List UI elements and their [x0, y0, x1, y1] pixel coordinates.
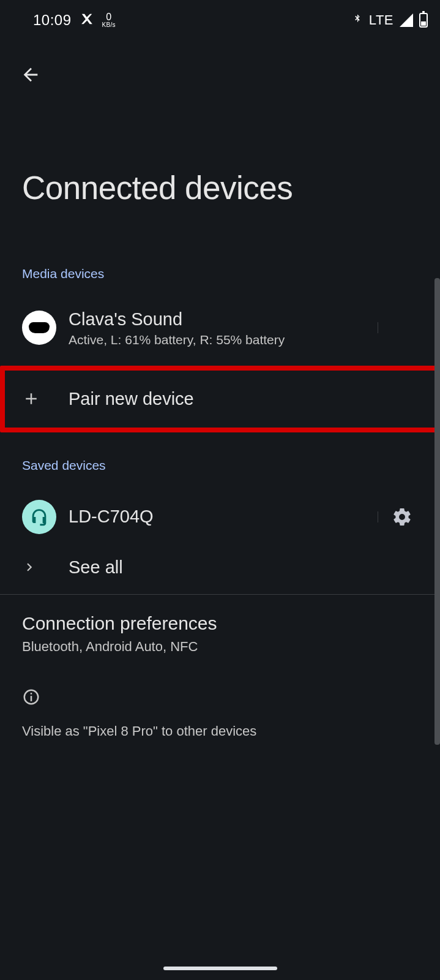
connection-preferences-row[interactable]: Connection preferences Bluetooth, Androi…	[0, 595, 440, 655]
x-app-icon	[80, 12, 94, 28]
device-name: Clava's Sound	[69, 308, 381, 330]
network-speed-unit: KB/s	[102, 22, 116, 28]
device-row-clavas-sound[interactable]: Clava's Sound Active, L: 61% battery, R:…	[0, 297, 440, 358]
status-bar: 10:09 0 KB/s LTE	[0, 0, 440, 34]
see-all-label: See all	[69, 556, 423, 578]
page-title: Connected devices	[0, 89, 440, 206]
pair-new-device-label: Pair new device	[69, 388, 420, 410]
section-label-media: Media devices	[0, 266, 440, 281]
media-devices-list: Clava's Sound Active, L: 61% battery, R:…	[0, 297, 440, 358]
saved-device-name: LD-C704Q	[69, 505, 381, 527]
network-speed-indicator: 0 KB/s	[102, 12, 116, 28]
svg-rect-2	[31, 693, 32, 695]
vertical-divider	[378, 511, 378, 522]
connection-preferences-sub: Bluetooth, Android Auto, NFC	[22, 639, 418, 655]
scroll-indicator	[434, 278, 440, 745]
back-button[interactable]	[16, 60, 45, 89]
device-body: Clava's Sound Active, L: 61% battery, R:…	[69, 308, 381, 347]
plus-icon	[22, 390, 69, 408]
device-settings-button[interactable]	[392, 317, 412, 338]
status-left: 10:09 0 KB/s	[33, 12, 116, 29]
pair-new-device-row[interactable]: Pair new device	[5, 371, 435, 427]
bluetooth-icon	[352, 12, 363, 28]
vertical-divider	[378, 322, 378, 333]
network-type: LTE	[369, 12, 393, 28]
info-row	[0, 655, 440, 706]
highlight-pair-new-device: Pair new device	[0, 366, 440, 432]
gear-icon	[392, 507, 412, 527]
connection-preferences-title: Connection preferences	[22, 613, 418, 634]
navigation-handle[interactable]	[163, 967, 277, 970]
signal-icon	[400, 13, 413, 27]
chevron-right-icon	[22, 559, 69, 575]
saved-devices-list: LD-C704Q See all	[0, 489, 440, 589]
arrow-left-icon	[20, 64, 41, 85]
see-all-row[interactable]: See all	[0, 545, 440, 589]
info-icon	[22, 688, 69, 706]
network-speed-value: 0	[106, 12, 111, 22]
status-clock: 10:09	[33, 12, 72, 29]
device-row-ld-c704q[interactable]: LD-C704Q	[0, 489, 440, 545]
section-label-saved: Saved devices	[0, 458, 440, 473]
device-settings-area	[381, 317, 423, 338]
status-right: LTE	[352, 12, 428, 28]
device-icon-headset	[22, 500, 69, 534]
gear-icon	[392, 317, 412, 338]
app-bar	[0, 34, 440, 89]
device-status: Active, L: 61% battery, R: 55% battery	[69, 333, 381, 347]
battery-icon	[419, 13, 428, 28]
earbuds-icon	[22, 311, 56, 345]
svg-rect-1	[31, 696, 32, 701]
visibility-text: Visible as "Pixel 8 Pro" to other device…	[0, 723, 440, 739]
saved-device-settings-button[interactable]	[392, 507, 412, 527]
device-icon-earbuds	[22, 311, 69, 345]
headset-icon	[22, 500, 56, 534]
